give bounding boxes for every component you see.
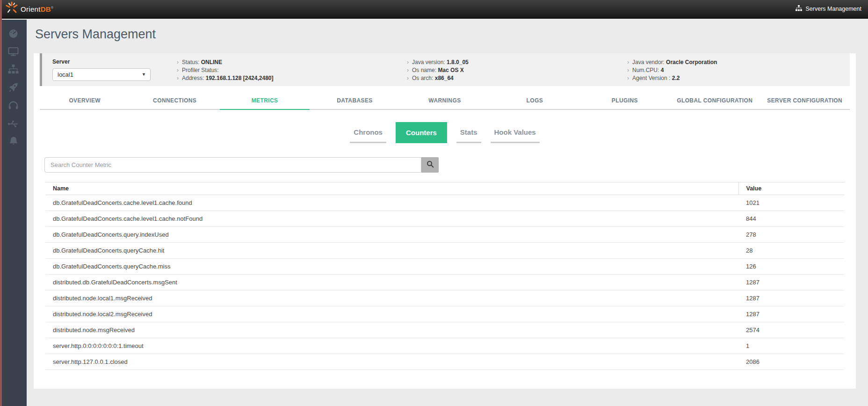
- sidebar-item-monitor[interactable]: [0, 44, 27, 62]
- sidebar-item-dashboard[interactable]: [0, 25, 27, 44]
- table-row[interactable]: server.http.0:0:0:0:0:0:0:1.timeout1: [45, 338, 844, 354]
- usb-icon: [7, 118, 20, 131]
- server-info-column-status: ›Status: ONLINE ›Profiler Status: ›Addre…: [177, 58, 274, 82]
- sidebar: [0, 20, 27, 406]
- table-row[interactable]: db.GratefulDeadConcerts.queryCache.hit28: [45, 243, 844, 259]
- tab-metrics[interactable]: METRICS: [220, 97, 310, 110]
- navbar-current-section[interactable]: Servers Management: [796, 5, 861, 13]
- sidebar-item-rocket[interactable]: [0, 80, 27, 98]
- metric-name: server.http.127.0.0.1.closed: [45, 354, 738, 370]
- column-header-name[interactable]: Name: [45, 182, 738, 195]
- subtab-hook-values[interactable]: Hook Values: [491, 122, 540, 143]
- main-tabs: OVERVIEW CONNECTIONS METRICS DATABASES W…: [40, 97, 850, 110]
- caret-down-icon: ▼: [142, 69, 146, 80]
- sitemap-icon: [7, 64, 19, 77]
- tab-connections[interactable]: CONNECTIONS: [130, 97, 219, 110]
- info-line-num-cpu: ›Num.CPU: 4: [627, 66, 717, 74]
- metric-name: distributed.db.GratefulDeadConcerts.msgS…: [45, 275, 738, 290]
- brand-text: OrientDB®: [21, 5, 53, 13]
- subtab-stats[interactable]: Stats: [456, 122, 481, 143]
- table-row[interactable]: db.GratefulDeadConcerts.queryCache.miss1…: [45, 259, 844, 275]
- server-select-value: local1: [58, 71, 73, 78]
- sidebar-item-servers-management[interactable]: [0, 61, 27, 80]
- metric-value: 1287: [738, 290, 844, 306]
- headphones-icon: [7, 100, 19, 113]
- column-header-value[interactable]: Value: [738, 182, 844, 195]
- metric-name: db.GratefulDeadConcerts.query.indexUsed: [45, 227, 738, 243]
- dashboard-gauge-icon: [7, 28, 19, 41]
- table-row[interactable]: distributed.node.local1.msgReceived1287: [45, 290, 844, 306]
- metric-name: distributed.node.local1.msgReceived: [45, 290, 738, 306]
- metric-name: db.GratefulDeadConcerts.queryCache.miss: [45, 259, 738, 275]
- sitemap-icon: [796, 5, 802, 13]
- sidebar-item-connections[interactable]: [0, 116, 27, 134]
- sidebar-item-notifications[interactable]: [0, 133, 27, 152]
- metric-name: distributed.node.msgReceived: [45, 322, 738, 338]
- table-row[interactable]: db.GratefulDeadConcerts.cache.level1.cac…: [45, 195, 844, 211]
- info-line-address: ›Address: 192.168.1.128 [2424,2480]: [177, 74, 274, 82]
- table-row[interactable]: db.GratefulDeadConcerts.cache.level1.cac…: [45, 211, 844, 227]
- info-line-os-name: ›Os name: Mac OS X: [407, 66, 469, 74]
- tab-logs[interactable]: LOGS: [490, 97, 579, 110]
- metric-value: 844: [738, 211, 844, 227]
- metric-value: 1: [738, 338, 844, 354]
- rocket-icon: [7, 81, 19, 95]
- tab-global-configuration[interactable]: GLOBAL CONFIGURATION: [670, 97, 760, 110]
- metric-value: 1287: [738, 306, 844, 322]
- metric-value: 278: [738, 227, 844, 243]
- table-header-row: Name Value: [45, 182, 844, 195]
- metric-name: server.http.0:0:0:0:0:0:0:1.timeout: [45, 338, 738, 354]
- window-edge-strip: [0, 0, 2, 406]
- page-title: Servers Management: [35, 27, 868, 42]
- search-button[interactable]: [421, 157, 439, 173]
- info-line-status: ›Status: ONLINE: [177, 58, 274, 66]
- metric-value: 1287: [738, 275, 844, 290]
- table-row[interactable]: distributed.db.GratefulDeadConcerts.msgS…: [45, 275, 844, 290]
- chevron-right-icon: ›: [407, 67, 409, 73]
- search-counter-metric-input[interactable]: [44, 157, 421, 173]
- tab-databases[interactable]: DATABASES: [310, 97, 399, 110]
- server-info-column-java: ›Java version: 1.8.0_05 ›Os name: Mac OS…: [407, 58, 469, 82]
- table-row[interactable]: distributed.node.local2.msgReceived1287: [45, 306, 844, 322]
- server-info-panel: Server local1 ▼ ›Status: ONLINE ›Profile…: [40, 53, 850, 86]
- info-line-java-vendor: ›Java vendor: Oracle Corporation: [627, 58, 717, 66]
- tab-plugins[interactable]: PLUGINS: [580, 97, 670, 110]
- tab-overview[interactable]: OVERVIEW: [40, 97, 130, 110]
- metric-name: distributed.node.local2.msgReceived: [45, 306, 738, 322]
- sidebar-item-support[interactable]: [0, 97, 27, 116]
- orientdb-logo[interactable]: OrientDB®: [5, 1, 53, 17]
- orientdb-starburst-icon: [5, 1, 19, 17]
- chevron-right-icon: ›: [627, 67, 629, 73]
- metric-name: db.GratefulDeadConcerts.queryCache.hit: [45, 243, 738, 259]
- metric-name: db.GratefulDeadConcerts.cache.level1.cac…: [45, 211, 738, 227]
- metric-value: 126: [738, 259, 844, 275]
- main-content: Servers Management Server local1 ▼ ›Stat…: [27, 20, 868, 406]
- chevron-right-icon: ›: [177, 67, 179, 73]
- table-row[interactable]: server.http.127.0.0.1.closed2086: [45, 354, 844, 370]
- metric-value: 28: [738, 243, 844, 259]
- metric-value: 2574: [738, 322, 844, 338]
- content-card: Server local1 ▼ ›Status: ONLINE ›Profile…: [34, 53, 856, 389]
- tab-warnings[interactable]: WARNINGS: [400, 97, 490, 110]
- chevron-right-icon: ›: [627, 59, 629, 65]
- table-row[interactable]: distributed.node.msgReceived2574: [45, 322, 844, 338]
- info-line-agent-version: ›Agent Version : 2.2: [627, 74, 717, 82]
- server-select[interactable]: local1 ▼: [52, 68, 151, 81]
- top-navbar: OrientDB® Servers Management: [0, 0, 868, 19]
- bell-icon: [8, 136, 19, 149]
- tab-server-configuration[interactable]: SERVER CONFIGURATION: [760, 97, 850, 110]
- chevron-right-icon: ›: [407, 75, 409, 81]
- chevron-right-icon: ›: [177, 59, 179, 65]
- subtab-chronos[interactable]: Chronos: [350, 122, 386, 143]
- metric-value: 2086: [738, 354, 844, 370]
- metric-name: db.GratefulDeadConcerts.cache.level1.cac…: [45, 195, 738, 211]
- server-select-label: Server: [52, 58, 151, 65]
- info-line-profiler-status: ›Profiler Status:: [177, 66, 274, 74]
- monitor-icon: [7, 45, 19, 59]
- subtab-counters[interactable]: Counters: [396, 122, 447, 143]
- info-line-java-version: ›Java version: 1.8.0_05: [407, 58, 469, 66]
- table-row[interactable]: db.GratefulDeadConcerts.query.indexUsed2…: [45, 227, 844, 243]
- metric-value: 1021: [738, 195, 844, 211]
- navbar-section-label: Servers Management: [805, 6, 861, 12]
- chevron-right-icon: ›: [177, 75, 179, 81]
